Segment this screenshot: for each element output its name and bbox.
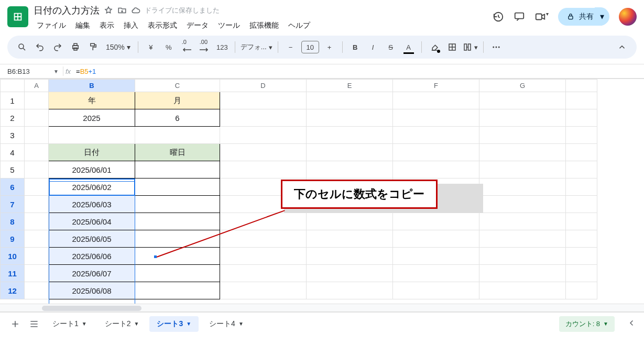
cell-B11[interactable]: 2025/06/07 [49,265,135,282]
cell-C2[interactable]: 6 [135,109,220,127]
side-panel-toggle[interactable] [627,318,637,330]
cloud-icon[interactable] [131,6,140,15]
history-icon[interactable] [493,11,504,23]
column-headers[interactable]: A B C D E F G [1,80,597,92]
borders-button[interactable] [445,39,460,55]
increase-decimal-button[interactable]: .00 [197,39,212,55]
col-D[interactable]: D [220,80,307,92]
font-size-decrease[interactable]: − [283,39,298,55]
col-F[interactable]: F [393,80,479,92]
paint-format-icon[interactable] [86,39,101,55]
currency-button[interactable]: ¥ [144,39,158,55]
collapse-toolbar-icon[interactable] [615,39,629,55]
sheet-tab-4[interactable]: シート4▼ [202,316,251,332]
print-icon[interactable] [68,39,83,55]
strikethrough-button[interactable]: S [384,39,398,55]
menu-tools[interactable]: ツール [215,19,243,32]
spreadsheet-grid[interactable]: A B C D E F G 1年月 220256 3 4日付曜日 52025/0… [0,79,644,304]
zoom-select[interactable]: 150% ▾ [104,39,133,55]
row-6[interactable]: 6 [1,178,25,196]
percent-button[interactable]: % [161,39,176,55]
menu-extensions[interactable]: 拡張機能 [246,19,282,32]
col-C[interactable]: C [135,80,220,92]
col-A[interactable]: A [25,80,49,92]
text-color-button[interactable]: A [401,39,416,55]
cell-B9[interactable]: 2025/06/05 [49,230,135,248]
row-9[interactable]: 9 [1,230,25,248]
redo-icon[interactable] [50,39,65,55]
name-box-caret[interactable]: ▼ [53,69,59,74]
bold-button[interactable]: B [348,39,363,55]
menu-edit[interactable]: 編集 [72,19,93,32]
svg-rect-3 [569,16,573,19]
more-toolbar-icon[interactable] [489,39,504,55]
row-2[interactable]: 2 [1,109,25,127]
row-1[interactable]: 1 [1,92,25,109]
select-all-corner[interactable] [1,80,25,92]
name-box[interactable] [7,68,49,75]
avatar[interactable] [619,8,637,26]
menu-file[interactable]: ファイル [34,19,69,32]
cell-B5[interactable]: 2025/06/01 [49,161,135,178]
svg-point-11 [495,47,497,48]
decrease-decimal-button[interactable]: .0 [179,39,194,55]
cell-C8[interactable] [135,213,220,230]
menu-view[interactable]: 表示 [96,19,117,32]
row-12[interactable]: 12 [1,282,25,299]
row-7[interactable]: 7 [1,196,25,213]
row-3[interactable]: 3 [1,127,25,144]
sheet-tab-1[interactable]: シート1▼ [45,316,94,332]
menu-data[interactable]: データ [183,19,212,32]
menu-help[interactable]: ヘルプ [285,19,313,32]
font-select[interactable]: デフォ... ▾ [241,39,272,55]
cell-B6[interactable]: 2025/06/02 [49,178,135,196]
search-icon[interactable] [15,39,29,55]
cell-C6[interactable] [135,178,220,196]
row-4[interactable]: 4 [1,144,25,161]
menu-insert[interactable]: 挿入 [121,19,141,32]
cell-C11[interactable] [135,265,220,282]
undo-icon[interactable] [32,39,47,55]
row-10[interactable]: 10 [1,248,25,265]
cell-B2[interactable]: 2025 [49,109,135,127]
merge-button[interactable]: ▾ [463,39,478,55]
sheet-tab-3[interactable]: シート3▼ [149,316,199,332]
sheet-tab-2[interactable]: シート2▼ [97,316,147,332]
add-sheet-button[interactable] [7,316,23,332]
cell-C7[interactable] [135,196,220,213]
cell-B4[interactable]: 日付 [49,144,135,161]
document-title[interactable]: 日付の入力方法 [34,4,100,17]
meet-icon[interactable]: ▾ [534,11,549,23]
svg-point-4 [19,44,24,49]
row-11[interactable]: 11 [1,265,25,282]
horizontal-scrollbar[interactable] [0,304,644,312]
row-5[interactable]: 5 [1,161,25,178]
annotation-box: 下のセルに数式をコピー [281,180,438,209]
comment-icon[interactable] [514,11,525,23]
cell-B10[interactable]: 2025/06/06 [49,248,135,265]
cell-C5[interactable] [135,161,220,178]
font-size-increase[interactable]: + [322,39,337,55]
star-icon[interactable] [104,6,113,15]
all-sheets-button[interactable] [26,316,42,332]
number-format-button[interactable]: 123 [215,39,230,55]
cell-B12[interactable]: 2025/06/08 [49,282,135,299]
formula-input[interactable]: =B5+1 [76,68,96,75]
cell-C1[interactable]: 月 [135,92,220,109]
menu-format[interactable]: 表示形式 [145,19,180,32]
count-chip[interactable]: カウント: 8▼ [559,316,615,332]
cell-B7[interactable]: 2025/06/03 [49,196,135,213]
italic-button[interactable]: I [366,39,380,55]
cell-B1[interactable]: 年 [49,92,135,109]
font-size-input[interactable]: 10 [301,41,319,53]
col-G[interactable]: G [479,80,566,92]
cell-C12[interactable] [135,282,220,299]
col-B[interactable]: B [49,80,135,92]
cell-B8[interactable]: 2025/06/04 [49,213,135,230]
col-E[interactable]: E [307,80,393,92]
cell-C4[interactable]: 曜日 [135,144,220,161]
share-caret[interactable]: ▾ [595,7,609,26]
move-icon[interactable] [117,6,127,15]
fill-color-button[interactable] [427,39,442,55]
row-8[interactable]: 8 [1,213,25,230]
